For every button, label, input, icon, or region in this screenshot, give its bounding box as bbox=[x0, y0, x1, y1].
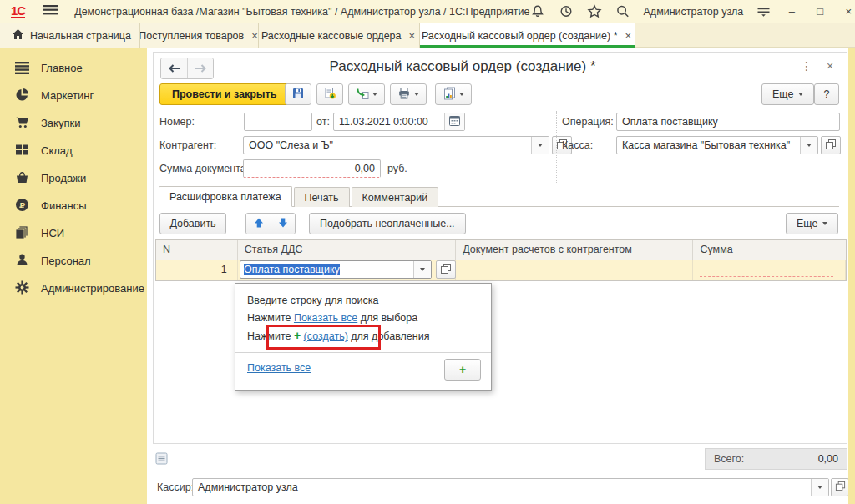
tab-print[interactable]: Печать bbox=[294, 187, 350, 207]
help-button[interactable]: ? bbox=[814, 83, 839, 105]
home-icon bbox=[12, 28, 24, 43]
cashier-dropdown-button[interactable] bbox=[811, 479, 828, 496]
tab-goods-receipts[interactable]: Поступления товаров × bbox=[140, 23, 259, 48]
minimize-button[interactable]: – bbox=[784, 5, 799, 18]
hamburger-icon bbox=[43, 4, 58, 18]
tab-cash-orders-list[interactable]: Расходные кассовые ордера × bbox=[259, 23, 420, 48]
sidebar-item-purchases[interactable]: Закупки bbox=[0, 109, 147, 137]
open-link-icon bbox=[835, 481, 846, 494]
main-menu-button[interactable] bbox=[43, 4, 58, 18]
settlement-doc-cell[interactable] bbox=[456, 260, 693, 280]
plus-icon: + bbox=[459, 363, 466, 376]
cashier-open-button[interactable] bbox=[831, 478, 849, 496]
right-edge-strip bbox=[848, 48, 855, 504]
print-button[interactable] bbox=[390, 83, 427, 105]
back-button[interactable] bbox=[161, 58, 187, 78]
counterparty-dropdown-button[interactable] bbox=[531, 137, 549, 154]
create-new-button[interactable]: + bbox=[444, 359, 481, 381]
date-input[interactable]: 11.03.2021 0:00:00 bbox=[334, 113, 444, 130]
nav-history-group bbox=[160, 58, 214, 79]
form-kebab-icon[interactable]: ⋮ bbox=[801, 59, 812, 73]
tab-close-icon[interactable]: × bbox=[624, 30, 634, 41]
sidebar-item-personnel[interactable]: Персонал bbox=[0, 247, 147, 275]
sidebar-item-label: Персонал bbox=[41, 255, 91, 267]
chevron-down-icon bbox=[459, 93, 464, 96]
date-label: от: bbox=[316, 113, 330, 131]
post-document-icon bbox=[323, 87, 336, 103]
favorites-star-icon[interactable] bbox=[587, 4, 602, 18]
column-header-n[interactable]: N bbox=[156, 240, 238, 260]
counterparty-input[interactable]: ООО "Слеза и Ъ" bbox=[244, 137, 531, 154]
form-tabs: Расшифровка платежа Печать Комментарий bbox=[159, 186, 839, 207]
table-more-button[interactable]: Еще bbox=[786, 213, 838, 234]
dds-item-open-button[interactable] bbox=[436, 260, 456, 279]
tab-cash-order-new[interactable]: Расходный кассовый ордер (создание) * × bbox=[420, 23, 635, 48]
calendar-icon bbox=[448, 114, 461, 129]
move-row-up-button[interactable] bbox=[246, 214, 271, 234]
number-input[interactable] bbox=[244, 113, 312, 131]
operation-input[interactable]: Оплата поставщику bbox=[616, 113, 840, 131]
dropdown-hint-popup: Введите строку для поиска Нажмите Показа… bbox=[235, 283, 492, 391]
sidebar-item-nsi[interactable]: НСИ bbox=[0, 219, 147, 247]
sidebar-item-administration[interactable]: Администрирование bbox=[0, 275, 147, 302]
ruble-circle-icon: P bbox=[15, 198, 29, 214]
column-header-settlement-doc[interactable]: Документ расчетов с контрагентом bbox=[456, 240, 693, 260]
sidebar-item-main[interactable]: Главное bbox=[0, 54, 147, 82]
sidebar-item-marketing[interactable]: Маркетинг bbox=[0, 82, 147, 109]
calendar-button[interactable] bbox=[444, 113, 464, 130]
dds-item-editor: Оплата поставщику bbox=[240, 260, 432, 279]
form-more-button[interactable]: Еще bbox=[761, 83, 814, 105]
current-user[interactable]: Администратор узла bbox=[644, 6, 744, 18]
history-icon[interactable] bbox=[559, 4, 574, 18]
search-icon[interactable] bbox=[615, 4, 630, 18]
forward-button[interactable] bbox=[187, 58, 213, 78]
help-label: ? bbox=[824, 88, 830, 100]
reports-button[interactable] bbox=[435, 83, 472, 105]
amount-cell[interactable] bbox=[693, 260, 846, 280]
list-view-icon[interactable] bbox=[155, 452, 168, 467]
maximize-button[interactable]: □ bbox=[812, 5, 827, 18]
svg-text:P: P bbox=[20, 200, 26, 209]
save-button[interactable] bbox=[285, 83, 311, 105]
pick-unpaid-button[interactable]: Подобрать неоплаченные... bbox=[309, 213, 466, 234]
tab-payment-details[interactable]: Расшифровка платежа bbox=[159, 186, 292, 207]
tab-close-icon[interactable]: × bbox=[250, 30, 259, 41]
column-header-dds-item[interactable]: Статья ДДС bbox=[238, 240, 456, 260]
dds-item-editor-input[interactable]: Оплата поставщику bbox=[240, 261, 413, 278]
create-based-on-button[interactable] bbox=[348, 83, 385, 105]
tab-comment[interactable]: Комментарий bbox=[352, 187, 439, 207]
post-document-button[interactable] bbox=[316, 83, 343, 105]
cashbox-label: Касса: bbox=[562, 136, 593, 154]
sidebar-item-sales[interactable]: Продажи bbox=[0, 164, 147, 192]
hint-text: Нажмите bbox=[247, 330, 294, 342]
column-header-amount[interactable]: Сумма bbox=[693, 240, 846, 260]
sidebar-item-label: Финансы bbox=[41, 199, 87, 212]
amount-input[interactable]: 0,00 bbox=[243, 159, 381, 178]
dds-item-dropdown-button[interactable] bbox=[413, 261, 431, 278]
total-value: 0,00 bbox=[818, 453, 847, 465]
form-close-icon[interactable]: × bbox=[827, 59, 833, 73]
blocks-icon bbox=[15, 143, 29, 159]
close-window-button[interactable]: × bbox=[841, 5, 855, 18]
popup-divider bbox=[235, 352, 491, 353]
move-row-down-button[interactable] bbox=[271, 214, 295, 234]
notifications-bell-icon[interactable] bbox=[530, 4, 545, 18]
sidebar-item-finance[interactable]: P Финансы bbox=[0, 192, 147, 219]
tab-close-icon[interactable]: × bbox=[407, 30, 417, 41]
tab-home[interactable]: Начальная страница bbox=[0, 23, 140, 48]
add-row-button[interactable]: Добавить bbox=[159, 213, 226, 234]
cashbox-input[interactable]: Касса магазина "Бытовая техника" bbox=[617, 137, 800, 154]
create-inline-link[interactable]: (создать) bbox=[304, 330, 348, 342]
create-based-on-icon bbox=[356, 87, 369, 103]
plus-icon: + bbox=[294, 329, 301, 342]
person-icon bbox=[15, 253, 29, 270]
cashier-input[interactable]: Администратор узла bbox=[193, 479, 811, 496]
cashbox-open-button[interactable] bbox=[821, 136, 841, 154]
show-all-link[interactable]: Показать все bbox=[247, 362, 311, 374]
cashbox-dropdown-button[interactable] bbox=[800, 137, 817, 154]
service-settings-icon[interactable] bbox=[756, 5, 771, 18]
post-and-close-button[interactable]: Провести и закрыть bbox=[159, 83, 289, 105]
sidebar-item-warehouse[interactable]: Склад bbox=[0, 137, 147, 164]
window-title: Демонстрационная база /Магазин "Бытовая … bbox=[74, 6, 529, 18]
show-all-inline-link[interactable]: Показать все bbox=[294, 312, 357, 324]
